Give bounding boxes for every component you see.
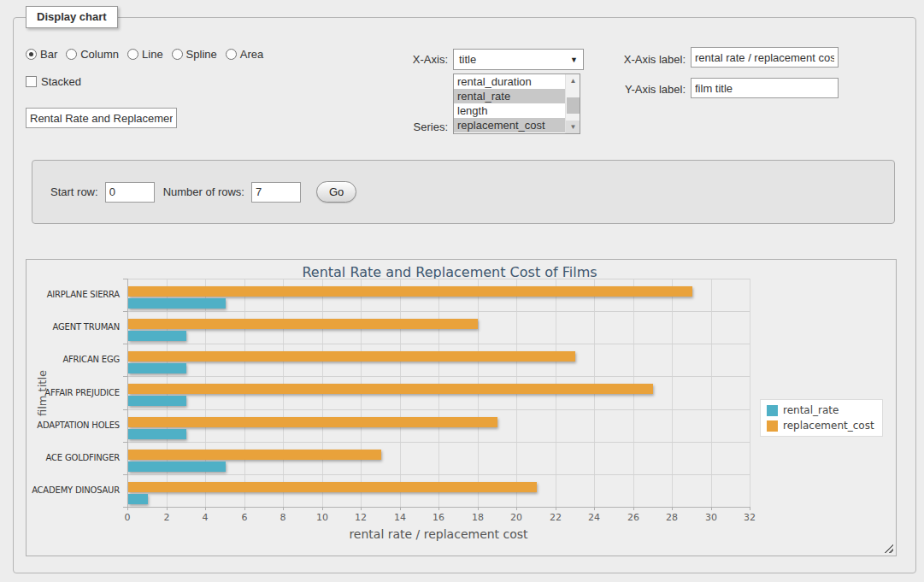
bar-rental_rate[interactable]	[128, 363, 186, 373]
x-tick-label: 32	[733, 512, 767, 523]
legend-item-replacement_cost[interactable]: replacement_cost	[767, 420, 874, 432]
chart-type-radio-line[interactable]: Line	[127, 48, 163, 61]
go-button[interactable]: Go	[316, 181, 356, 203]
bar-replacement_cost[interactable]	[128, 482, 537, 492]
series-option-replacement_cost[interactable]: replacement_cost	[454, 118, 566, 132]
bar-rental_rate[interactable]	[128, 331, 186, 341]
series-option-length[interactable]: length	[454, 103, 566, 118]
bar-replacement_cost[interactable]	[128, 417, 497, 427]
x-axis-label-caption: X-Axis label:	[619, 53, 686, 66]
legend-swatch-icon	[767, 420, 778, 432]
bar-replacement_cost[interactable]	[128, 319, 478, 329]
stacked-checkbox-row[interactable]: Stacked	[26, 75, 81, 88]
bar-replacement_cost[interactable]	[128, 351, 575, 362]
bar-rental_rate[interactable]	[128, 298, 226, 309]
x-tick-label: 6	[227, 512, 262, 523]
axis-tick	[750, 507, 750, 510]
x-axis-label-input[interactable]	[691, 47, 839, 68]
gridline	[127, 474, 750, 475]
x-tick-label: 16	[421, 512, 456, 523]
category-label: AFRICAN EGG	[26, 355, 120, 364]
chart-legend: rental_ratereplacement_cost	[760, 399, 883, 437]
start-row-input[interactable]	[105, 182, 155, 203]
x-tick-label: 0	[110, 512, 144, 523]
scrollbar-down-icon[interactable]: ▼	[566, 121, 580, 133]
x-tick-label: 28	[655, 512, 689, 523]
category-label: ACE GOLDFINGER	[26, 453, 120, 462]
series-listbox[interactable]: rental_durationrental_ratelengthreplacem…	[453, 73, 580, 134]
bar-replacement_cost[interactable]	[128, 286, 692, 297]
bar-rental_rate[interactable]	[128, 461, 226, 472]
gridline	[127, 311, 750, 312]
category-label: AGENT TRUMAN	[26, 322, 120, 332]
chart-x-axis-title: rental rate / replacement cost	[127, 527, 750, 541]
start-row-label: Start row:	[50, 185, 98, 198]
radio-label: Column	[80, 48, 119, 61]
category-label: AFFAIR PREJUDICE	[26, 388, 120, 397]
x-tick-label: 8	[266, 512, 300, 523]
radio-label: Spline	[186, 48, 217, 61]
stacked-label: Stacked	[41, 75, 81, 88]
bar-rental_rate[interactable]	[128, 396, 186, 406]
y-axis-line	[127, 279, 128, 507]
y-axis-label-caption: Y-Axis label:	[619, 83, 686, 96]
radio-icon	[226, 49, 237, 60]
x-axis-label-text: X-Axis:	[398, 53, 448, 66]
row-range-panel: Start row: Number of rows: Go	[32, 160, 895, 224]
legend-item-rental_rate[interactable]: rental_rate	[767, 404, 874, 416]
radio-label: Area	[240, 48, 263, 61]
fieldset-legend: Display chart	[26, 6, 118, 28]
x-tick-label: 2	[150, 512, 184, 523]
x-tick-label: 10	[305, 512, 339, 523]
x-tick-label: 20	[499, 512, 533, 523]
gridline	[127, 376, 750, 377]
legend-label: rental_rate	[783, 404, 839, 416]
series-option-rental_rate[interactable]: rental_rate	[454, 89, 566, 103]
x-tick-label: 12	[344, 512, 378, 523]
series-scrollbar[interactable]: ▲ ▼	[565, 74, 580, 133]
x-tick-label: 26	[616, 512, 650, 523]
scrollbar-up-icon[interactable]: ▲	[566, 74, 580, 87]
x-axis-line	[127, 507, 750, 508]
chart-container: Rental Rate and Replacement Cost of Film…	[26, 259, 897, 556]
chart-title-input[interactable]	[26, 108, 177, 128]
page: Display chart BarColumnLineSplineArea St…	[0, 0, 924, 582]
gridline	[127, 442, 750, 443]
bar-replacement_cost[interactable]	[128, 384, 653, 394]
radio-icon	[127, 49, 138, 60]
chart-plot-area	[127, 279, 750, 507]
chart-type-radio-column[interactable]: Column	[66, 48, 119, 61]
x-tick-label: 22	[539, 512, 573, 523]
legend-label: replacement_cost	[783, 420, 874, 432]
scrollbar-thumb[interactable]	[567, 97, 580, 114]
category-label: AIRPLANE SIERRA	[26, 290, 120, 299]
bar-rental_rate[interactable]	[128, 429, 186, 439]
series-label-text: Series:	[409, 121, 448, 133]
bar-rental_rate[interactable]	[128, 494, 148, 504]
bar-replacement_cost[interactable]	[128, 450, 381, 460]
dropdown-arrow-icon: ▼	[570, 50, 578, 70]
x-axis-selected-value: title	[459, 53, 476, 66]
gridline	[127, 344, 750, 344]
y-axis-label-input[interactable]	[691, 78, 839, 98]
x-tick-label: 30	[694, 512, 728, 523]
x-axis-select[interactable]: title ▼	[453, 49, 584, 70]
radio-icon	[66, 49, 77, 60]
resize-grip-icon[interactable]	[884, 544, 893, 553]
series-option-rental_duration[interactable]: rental_duration	[454, 74, 566, 89]
number-of-rows-label: Number of rows:	[163, 185, 244, 198]
radio-label: Bar	[40, 48, 57, 61]
stacked-checkbox[interactable]	[26, 76, 37, 87]
chart-type-radio-spline[interactable]: Spline	[172, 48, 217, 61]
x-tick-label: 24	[577, 512, 611, 523]
gridline	[711, 279, 712, 507]
gridline	[672, 279, 673, 507]
x-tick-label: 18	[461, 512, 495, 523]
number-of-rows-input[interactable]	[251, 182, 301, 203]
series-options: rental_durationrental_ratelengthreplacem…	[454, 74, 580, 132]
chart-type-radio-bar[interactable]: Bar	[26, 48, 57, 61]
category-label: ACADEMY DINOSAUR	[26, 485, 120, 495]
x-tick-label: 4	[188, 512, 222, 523]
chart-type-radio-area[interactable]: Area	[226, 48, 263, 61]
legend-swatch-icon	[767, 405, 778, 416]
